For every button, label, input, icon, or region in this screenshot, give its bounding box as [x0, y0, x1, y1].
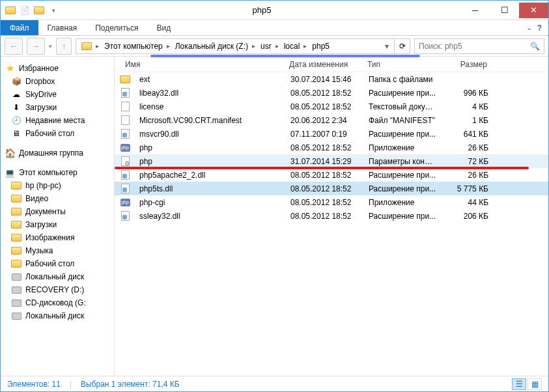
- sidebar-item[interactable]: Видео: [1, 192, 114, 205]
- status-sep: |: [70, 380, 72, 389]
- up-button[interactable]: ↑: [56, 38, 72, 55]
- file-row[interactable]: php php-cgi 08.05.2012 18:52 Приложение …: [115, 195, 548, 209]
- sidebar-item[interactable]: 📦Dropbox: [1, 75, 114, 88]
- search-input[interactable]: [419, 42, 526, 51]
- sidebar-item-icon: [11, 285, 21, 295]
- status-bar: Элементов: 11 | Выбран 1 элемент: 71,4 К…: [1, 376, 548, 391]
- file-date: 08.05.2012 18:52: [285, 198, 363, 207]
- sidebar-item-label: hp (hp-pc): [25, 181, 61, 190]
- file-icon: [120, 115, 130, 126]
- sidebar-item-icon: [11, 219, 21, 230]
- sidebar-item[interactable]: CD-дисковод (G:: [1, 296, 114, 309]
- pc-icon: 💻: [5, 167, 15, 178]
- file-name: php: [134, 157, 285, 166]
- col-type[interactable]: Тип: [362, 60, 440, 69]
- maximize-button[interactable]: ☐: [490, 3, 519, 18]
- ql-dropdown-icon[interactable]: ▾: [47, 4, 60, 17]
- sidebar-favorites-head[interactable]: ★Избранное: [1, 62, 114, 75]
- sidebar-homegroup-head[interactable]: 🏠Домашняя группа: [1, 147, 114, 160]
- sidebar-item[interactable]: Локальный диск: [1, 309, 114, 322]
- crumb-computer[interactable]: Этот компьютер: [99, 39, 167, 53]
- sidebar-item[interactable]: Музыка: [1, 244, 114, 257]
- file-name: php-cgi: [134, 198, 285, 207]
- file-size: 26 КБ: [442, 143, 494, 152]
- crumb-disk[interactable]: Локальный диск (Z:): [170, 39, 252, 53]
- file-size: 206 КБ: [442, 212, 494, 221]
- file-icon: [120, 170, 130, 180]
- close-button[interactable]: ✕: [519, 3, 548, 18]
- forward-button[interactable]: →: [27, 38, 45, 55]
- refresh-button[interactable]: ⟳: [394, 39, 410, 53]
- file-row[interactable]: msvcr90.dll 07.11.2007 0:19 Расширение п…: [115, 127, 548, 141]
- file-row[interactable]: php5ts.dll 08.05.2012 18:52 Расширение п…: [115, 182, 548, 195]
- file-row[interactable]: libeay32.dll 08.05.2012 18:52 Расширение…: [115, 86, 548, 100]
- view-details-button[interactable]: ☰: [512, 378, 526, 390]
- search-icon[interactable]: 🔍: [530, 42, 540, 51]
- sidebar-item[interactable]: 🕘Недавние места: [1, 114, 114, 127]
- address-bar[interactable]: ▸ Этот компьютер ▸ Локальный диск (Z:) ▸…: [76, 38, 410, 54]
- sidebar-item[interactable]: Локальный диск: [1, 270, 114, 283]
- sidebar-item[interactable]: hp (hp-pc): [1, 179, 114, 192]
- folder2-icon[interactable]: [33, 4, 46, 17]
- file-size: 996 КБ: [442, 89, 494, 98]
- annotation-underline: [150, 55, 420, 57]
- file-row[interactable]: php php 08.05.2012 18:52 Приложение 26 К…: [115, 141, 548, 154]
- sidebar-item-icon: [11, 193, 21, 204]
- file-row[interactable]: php5apache2_2.dll 08.05.2012 18:52 Расши…: [115, 168, 548, 182]
- sidebar-computer-head[interactable]: 💻Этот компьютер: [1, 166, 114, 179]
- file-name: php: [134, 143, 285, 152]
- minimize-button[interactable]: ─: [460, 3, 490, 18]
- sidebar-homegroup: 🏠Домашняя группа: [1, 147, 114, 160]
- folder-icon[interactable]: [4, 4, 17, 17]
- ribbon-tab-home[interactable]: Главная: [38, 20, 87, 35]
- sidebar-item[interactable]: Документы: [1, 205, 114, 218]
- sidebar-item[interactable]: Загрузки: [1, 218, 114, 231]
- ribbon-tab-view[interactable]: Вид: [147, 20, 180, 35]
- help-icon[interactable]: ?: [537, 23, 542, 33]
- address-dropdown-icon[interactable]: ▾: [380, 42, 394, 51]
- file-size: 1 КБ: [442, 116, 494, 125]
- file-name: ssleay32.dll: [134, 212, 285, 221]
- file-date: 08.05.2012 18:52: [285, 102, 363, 111]
- file-icon: php: [120, 197, 130, 208]
- file-type: Файл "MANIFEST": [363, 116, 442, 125]
- file-row[interactable]: Microsoft.VC90.CRT.manifest 20.06.2012 2…: [115, 113, 548, 127]
- navbar: ← → ▾ ↑ ▸ Этот компьютер ▸ Локальный дис…: [1, 36, 548, 57]
- sidebar-item-icon: 📦: [11, 76, 21, 87]
- sidebar-item[interactable]: Изображения: [1, 231, 114, 244]
- sidebar-item[interactable]: RECOVERY (D:): [1, 283, 114, 296]
- sidebar-item[interactable]: ☁SkyDrive: [1, 88, 114, 101]
- sidebar-item[interactable]: Рабочий стол: [1, 257, 114, 270]
- sidebar-item-icon: [11, 298, 21, 308]
- file-name: php5apache2_2.dll: [134, 171, 285, 180]
- crumb-local[interactable]: local: [279, 39, 304, 53]
- col-name[interactable]: Имя: [115, 60, 284, 69]
- crumb-php5[interactable]: php5: [307, 39, 333, 53]
- col-date[interactable]: Дата изменения: [284, 60, 362, 69]
- search-box[interactable]: 🔍: [414, 38, 544, 54]
- history-dropdown-icon[interactable]: ▾: [49, 43, 52, 49]
- sidebar-item[interactable]: ⬇Загрузки: [1, 101, 114, 114]
- file-tab[interactable]: Файл: [1, 20, 38, 35]
- ribbon-expand-icon[interactable]: ⌄: [526, 23, 532, 32]
- sidebar-item-label: Локальный диск: [25, 272, 84, 281]
- sidebar-item-icon: [11, 232, 21, 243]
- file-row[interactable]: php 31.07.2014 15:29 Параметры конф... 7…: [115, 154, 548, 168]
- sidebar-item[interactable]: 🖥Рабочий стол: [1, 127, 114, 140]
- ribbon-tab-share[interactable]: Поделиться: [86, 20, 147, 35]
- file-type: Приложение: [363, 143, 442, 152]
- file-row[interactable]: ext 30.07.2014 15:46 Папка с файлами: [115, 72, 548, 86]
- sidebar-computer-label: Этот компьютер: [19, 168, 77, 177]
- file-row[interactable]: ssleay32.dll 08.05.2012 18:52 Расширение…: [115, 209, 548, 223]
- sidebar-item-icon: ⬇: [11, 102, 21, 113]
- sidebar-homegroup-label: Домашняя группа: [19, 148, 83, 158]
- back-button[interactable]: ←: [5, 38, 23, 55]
- file-type: Папка с файлами: [363, 75, 442, 84]
- props-icon[interactable]: 📄: [18, 4, 31, 17]
- file-row[interactable]: license 08.05.2012 18:52 Текстовый докум…: [115, 100, 548, 113]
- sidebar-item-icon: [11, 206, 21, 217]
- col-size[interactable]: Размер: [440, 60, 492, 69]
- crumb-usr[interactable]: usr: [255, 39, 275, 53]
- view-icons-button[interactable]: ▦: [528, 378, 542, 390]
- file-name: msvcr90.dll: [134, 130, 285, 139]
